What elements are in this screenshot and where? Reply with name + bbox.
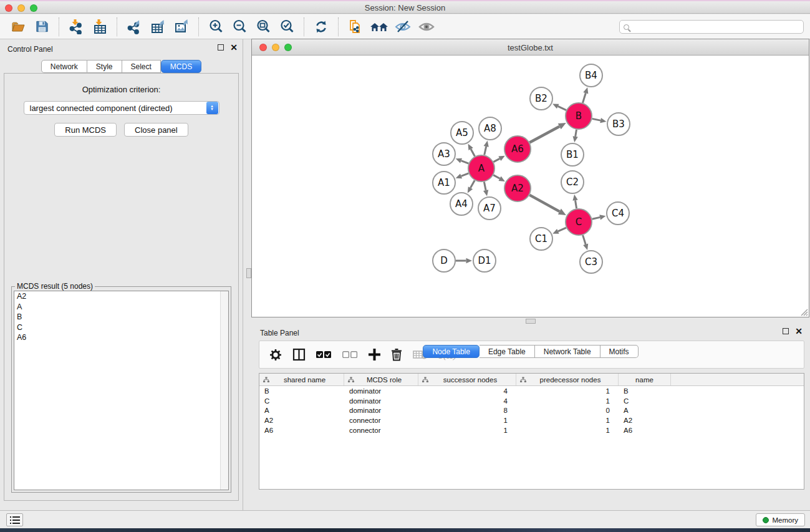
mcds-result-item[interactable]: A	[14, 302, 228, 312]
edge-B-B2[interactable]	[558, 106, 566, 110]
panel-divider-handle[interactable]	[526, 319, 536, 324]
edge-C-C3[interactable]	[583, 235, 586, 244]
edge-A-A6[interactable]	[493, 158, 499, 162]
edge-A-A5[interactable]	[471, 149, 475, 157]
run-mcds-button[interactable]: Run MCDS	[54, 123, 117, 137]
graph-node-A5[interactable]: A5	[451, 122, 473, 144]
graph-node-B3[interactable]: B3	[607, 113, 630, 135]
edge-A6-B[interactable]	[529, 127, 559, 143]
edge-A-A8[interactable]	[485, 147, 486, 155]
edge-C-C4[interactable]	[592, 217, 600, 219]
save-session-icon[interactable]	[32, 17, 52, 37]
dropdown-stepper-icon: ▲▼	[206, 102, 218, 114]
tab-edge-table[interactable]: Edge Table	[480, 345, 535, 358]
network-window-title: testGlobe.txt	[252, 43, 809, 52]
zoom-fit-icon[interactable]	[253, 17, 273, 37]
zoom-out-icon[interactable]	[229, 17, 249, 37]
table-tabs: Node TableEdge TableNetwork TableMotifs	[251, 345, 810, 505]
edge-A-A7[interactable]	[484, 182, 486, 191]
export-image-icon[interactable]	[171, 17, 191, 37]
arrowhead-icon	[483, 190, 488, 196]
edge-A2-C[interactable]	[529, 195, 559, 211]
graph-node-C1[interactable]: C1	[530, 228, 552, 250]
zoom-selected-icon[interactable]	[277, 17, 297, 37]
import-table-icon[interactable]	[90, 17, 110, 37]
edge-A-A3[interactable]	[461, 161, 469, 164]
graph-node-C4[interactable]: C4	[607, 202, 629, 225]
arrowhead-icon	[600, 118, 606, 123]
mcds-result-item[interactable]: B	[14, 312, 228, 322]
show-all-icon[interactable]	[369, 17, 389, 37]
optimization-criterion-label: Optimization criterion:	[4, 85, 238, 94]
edge-B-B4[interactable]	[582, 93, 586, 103]
mcds-result-item[interactable]: A2	[14, 291, 228, 302]
refresh-icon[interactable]	[311, 17, 331, 37]
graph-node-C[interactable]: C	[566, 209, 592, 235]
show-hidden-icon[interactable]	[417, 17, 436, 37]
graph-node-B4[interactable]: B4	[580, 64, 602, 87]
mcds-result-item[interactable]: A6	[14, 332, 228, 343]
mcds-tab-content: Optimization criterion: largest connecte…	[4, 73, 239, 501]
edge-A-A4[interactable]	[470, 180, 475, 188]
graph-node-C2[interactable]: C2	[561, 171, 584, 193]
graph-node-D[interactable]: D	[433, 249, 455, 272]
search-field[interactable]	[619, 20, 804, 34]
result-list-scrollbar[interactable]	[220, 291, 228, 490]
arrowhead-icon	[572, 195, 577, 201]
svg-text:A2: A2	[511, 183, 524, 194]
tab-network-table[interactable]: Network Table	[535, 345, 600, 358]
new-network-from-selection-icon[interactable]	[345, 17, 365, 37]
tab-select[interactable]: Select	[122, 60, 161, 73]
tab-style[interactable]: Style	[87, 60, 122, 73]
arrowhead-icon	[583, 244, 588, 250]
export-table-icon[interactable]	[148, 17, 168, 37]
search-input[interactable]	[629, 21, 803, 32]
statusbar: Memory	[0, 510, 810, 528]
svg-text:A: A	[478, 163, 485, 174]
edge-C-C2[interactable]	[576, 200, 577, 208]
graph-node-B2[interactable]: B2	[530, 87, 552, 110]
edge-A-A1[interactable]	[461, 173, 469, 177]
close-table-panel-icon[interactable]: ✕	[795, 328, 803, 334]
svg-text:A7: A7	[483, 203, 496, 214]
svg-text:A6: A6	[511, 143, 524, 155]
network-window-titlebar[interactable]: testGlobe.txt	[252, 39, 809, 56]
optimization-criterion-dropdown[interactable]: largest connected component (directed) ▲…	[24, 101, 219, 115]
tab-motifs[interactable]: Motifs	[600, 345, 639, 358]
graph-node-A1[interactable]: A1	[433, 172, 455, 194]
memory-button[interactable]: Memory	[756, 513, 805, 526]
edge-C-C1[interactable]	[558, 228, 566, 231]
close-panel-button[interactable]: Close panel	[124, 123, 188, 137]
hide-selected-icon[interactable]	[393, 17, 413, 37]
graph-node-C3[interactable]: C3	[580, 251, 602, 273]
tab-network[interactable]: Network	[41, 60, 87, 73]
float-table-panel-icon[interactable]	[783, 328, 789, 334]
edge-A-A2[interactable]	[493, 175, 499, 179]
network-canvas[interactable]: AA1A2A3A4A5A6A7A8BB1B2B3B4CC1C2C3C4DD1	[252, 56, 809, 317]
memory-status-icon	[763, 517, 769, 523]
close-panel-icon[interactable]: ✕	[230, 44, 238, 51]
edge-B-B3[interactable]	[592, 118, 601, 120]
export-network-icon[interactable]	[124, 17, 144, 37]
graph-node-D1[interactable]: D1	[473, 249, 496, 272]
mcds-result-item[interactable]: C	[14, 322, 228, 333]
panel-divider-handle[interactable]	[246, 268, 251, 278]
graph-node-B1[interactable]: B1	[561, 143, 584, 166]
graph-node-A3[interactable]: A3	[433, 143, 455, 165]
resize-grip-icon[interactable]	[799, 307, 808, 316]
float-panel-icon[interactable]	[218, 44, 224, 51]
edge-B-B1[interactable]	[576, 130, 577, 137]
import-network-icon[interactable]	[66, 17, 86, 37]
graph-node-A8[interactable]: A8	[479, 117, 501, 140]
graph-node-A2[interactable]: A2	[504, 175, 531, 201]
graph-node-B[interactable]: B	[566, 103, 592, 129]
tab-node-table[interactable]: Node Table	[423, 345, 480, 358]
tab-mcds[interactable]: MCDS	[161, 60, 201, 73]
task-history-button[interactable]	[6, 513, 23, 526]
graph-node-A7[interactable]: A7	[478, 197, 501, 220]
open-session-icon[interactable]	[8, 17, 28, 37]
zoom-in-icon[interactable]	[206, 17, 226, 37]
graph-node-A6[interactable]: A6	[504, 136, 531, 162]
graph-node-A4[interactable]: A4	[450, 193, 473, 215]
graph-node-A[interactable]: A	[468, 155, 494, 181]
